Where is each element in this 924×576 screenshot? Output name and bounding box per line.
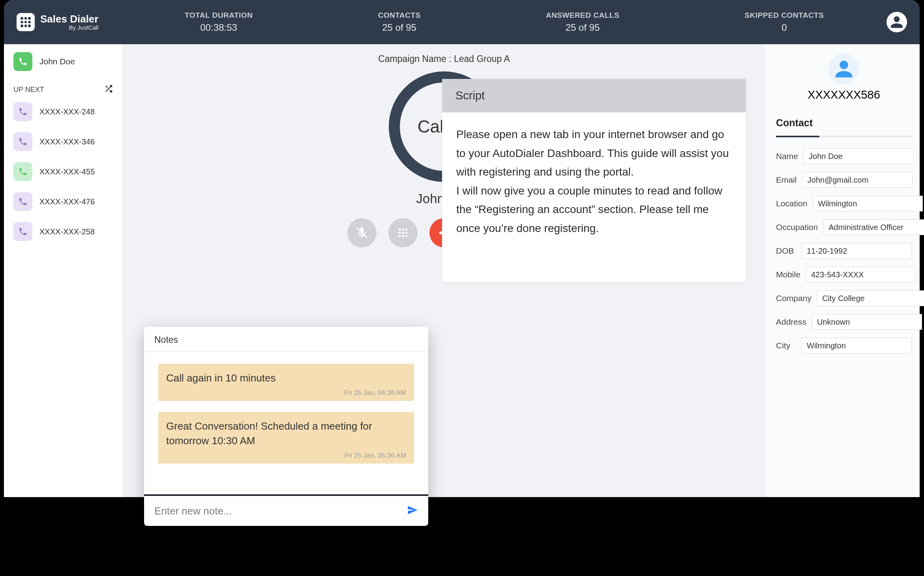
contact-field-address: Address <box>776 314 912 330</box>
note-item[interactable]: Call again in 10 minutesFri 25 Jan, 04:3… <box>158 364 414 401</box>
field-input-address[interactable] <box>812 314 922 330</box>
user-avatar-button[interactable] <box>887 12 907 32</box>
brand-subtitle: By JustCall <box>40 24 98 31</box>
contact-field-location: Location <box>776 196 912 211</box>
field-label: Address <box>776 317 806 327</box>
dialer-logo-icon <box>17 13 35 31</box>
current-call[interactable]: John Doe <box>13 52 113 71</box>
contact-panel: XXXXXXX586 Contact NameEmailLocationOccu… <box>766 44 920 497</box>
svg-point-13 <box>840 61 848 69</box>
svg-point-8 <box>402 235 404 238</box>
queue-number: XXXX-XXX-476 <box>39 197 95 206</box>
stat-value: 0 <box>745 22 824 33</box>
phone-icon <box>13 102 32 121</box>
queue-item[interactable]: XXXX-XXX-455 <box>13 162 113 181</box>
stat-value: 25 of 95 <box>546 22 619 33</box>
field-input-email[interactable] <box>802 172 913 188</box>
contact-field-name: Name <box>776 148 912 164</box>
note-timestamp: Fri 25 Jan, 04:36 AM <box>166 389 406 397</box>
contact-field-dob: DOB <box>776 243 912 259</box>
note-item[interactable]: Great Conversation! Scheduled a meeting … <box>158 412 414 464</box>
field-input-location[interactable] <box>813 196 923 211</box>
contact-field-email: Email <box>776 172 912 188</box>
svg-point-7 <box>399 235 401 238</box>
stat-label: CONTACTS <box>378 11 421 20</box>
header-bar: Sales Dialer By JustCall TOTAL DURATION … <box>4 0 920 44</box>
queue-item[interactable]: XXXX-XXX-346 <box>13 132 113 151</box>
queue-number: XXXX-XXX-346 <box>39 137 95 146</box>
contact-field-city: City <box>776 338 912 353</box>
queue-item[interactable]: XXXX-XXX-248 <box>13 102 113 121</box>
field-label: City <box>776 341 796 350</box>
phone-icon <box>13 132 32 151</box>
field-input-name[interactable] <box>804 148 914 164</box>
note-text: Call again in 10 minutes <box>166 371 406 385</box>
svg-point-6 <box>405 232 408 234</box>
app-window: Sales Dialer By JustCall TOTAL DURATION … <box>4 0 920 497</box>
field-label: Company <box>776 294 812 303</box>
phone-icon <box>13 162 32 181</box>
queue-item[interactable]: XXXX-XXX-258 <box>13 222 113 241</box>
phone-icon <box>13 192 32 211</box>
brand: Sales Dialer By JustCall <box>17 13 98 31</box>
stat-label: SKIPPED CONTACTS <box>745 11 824 20</box>
svg-point-3 <box>405 228 408 231</box>
queue-number: XXXX-XXX-455 <box>39 167 95 176</box>
phone-icon <box>13 222 32 241</box>
brand-title: Sales Dialer <box>40 14 98 24</box>
field-label: Name <box>776 151 798 161</box>
field-label: Location <box>776 199 807 208</box>
contact-field-company: Company <box>776 290 912 306</box>
stat-skipped-contacts: SKIPPED CONTACTS 0 <box>745 11 824 33</box>
up-next-label: UP NEXT <box>13 86 44 94</box>
dialpad-button[interactable] <box>388 218 418 247</box>
script-body: Please open a new tab in your internet b… <box>442 112 746 282</box>
phone-icon <box>13 52 32 71</box>
field-input-occupation[interactable] <box>823 219 924 235</box>
stat-label: TOTAL DURATION <box>185 11 253 20</box>
contact-tab-underline <box>776 136 912 137</box>
field-input-dob[interactable] <box>802 243 912 259</box>
field-label: Mobile <box>776 270 800 279</box>
notes-panel: Notes Call again in 10 minutesFri 25 Jan… <box>144 327 428 526</box>
note-timestamp: Fri 25 Jan, 05:36 AM <box>166 452 406 460</box>
svg-point-2 <box>402 228 404 231</box>
field-label: Email <box>776 175 797 185</box>
queue-number: XXXX-XXX-248 <box>39 107 95 116</box>
contact-heading: Contact <box>776 117 912 129</box>
stat-total-duration: TOTAL DURATION 00:38:53 <box>185 11 253 33</box>
queue-number: XXXX-XXX-258 <box>39 227 95 236</box>
stat-contacts: CONTACTS 25 of 95 <box>378 11 421 33</box>
field-input-city[interactable] <box>802 338 912 353</box>
shuffle-icon[interactable] <box>104 84 113 95</box>
contact-avatar-icon <box>828 54 859 84</box>
notes-heading: Notes <box>144 327 428 352</box>
campaign-name: Campaign Name : Lead Group A <box>133 54 755 64</box>
script-heading: Script <box>442 79 746 112</box>
field-label: DOB <box>776 246 796 256</box>
notes-input[interactable] <box>154 505 401 517</box>
stat-answered-calls: ANSWERED CALLS 25 of 95 <box>546 11 619 33</box>
svg-point-9 <box>405 235 408 238</box>
script-panel: Script Please open a new tab in your int… <box>442 79 746 282</box>
field-input-company[interactable] <box>817 290 924 306</box>
stat-value: 00:38:53 <box>185 22 253 33</box>
svg-point-4 <box>399 232 401 234</box>
contact-id: XXXXXXX586 <box>776 88 912 101</box>
stat-value: 25 of 95 <box>378 22 421 33</box>
note-text: Great Conversation! Scheduled a meeting … <box>166 419 406 448</box>
contact-field-occupation: Occupation <box>776 219 912 235</box>
sidebar: John Doe UP NEXT XXXX-XXX-248XXXX-XXX-34… <box>4 44 122 497</box>
send-note-button[interactable] <box>407 505 418 517</box>
mute-button[interactable] <box>347 218 377 247</box>
queue-item[interactable]: XXXX-XXX-476 <box>13 192 113 211</box>
contact-field-mobile: Mobile <box>776 267 912 282</box>
field-input-mobile[interactable] <box>806 267 916 282</box>
field-label: Occupation <box>776 223 818 232</box>
svg-point-1 <box>399 228 401 231</box>
svg-point-5 <box>402 232 404 234</box>
current-call-name: John Doe <box>39 57 75 66</box>
stat-label: ANSWERED CALLS <box>546 11 619 20</box>
